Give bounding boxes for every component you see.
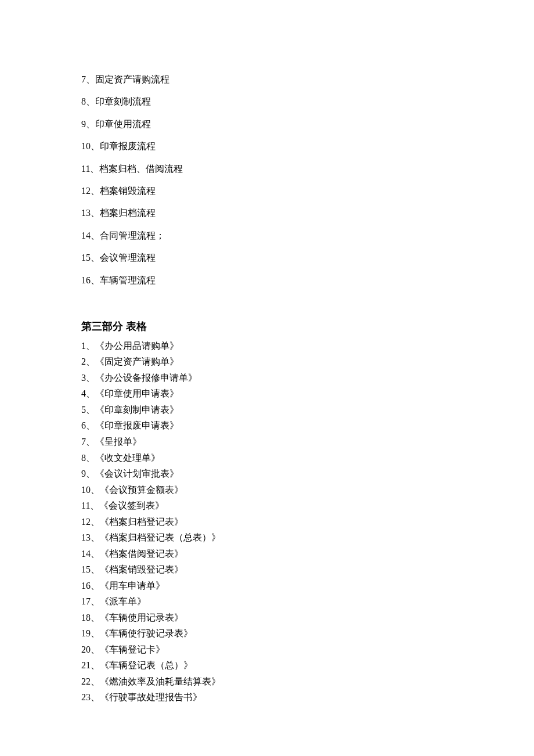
form-item: 20、《车辆登记卡》	[81, 642, 534, 658]
form-item: 23、《行驶事故处理报告书》	[81, 689, 534, 705]
form-item: 1、《办公用品请购单》	[81, 338, 534, 354]
form-item: 9、《会议计划审批表》	[81, 466, 534, 482]
form-item: 19、《车辆使行驶记录表》	[81, 625, 534, 642]
form-item: 16、《用车申请单》	[81, 578, 534, 594]
form-item: 5、《印章刻制申请表》	[81, 402, 534, 418]
form-item: 17、《派车单》	[81, 593, 534, 610]
process-item: 11、档案归档、借阅流程	[81, 158, 534, 180]
form-item: 8、《收文处理单》	[81, 450, 534, 466]
process-item: 7、固定资产请购流程	[81, 69, 534, 91]
form-item: 18、《车辆使用记录表》	[81, 610, 534, 626]
form-item: 12、《档案归档登记表》	[81, 514, 534, 530]
section-heading: 第三部分 表格	[81, 319, 534, 333]
form-item: 6、《印章报废申请表》	[81, 417, 534, 434]
form-item: 11、《会议签到表》	[81, 498, 534, 514]
form-list: 1、《办公用品请购单》2、《固定资产请购单》3、《办公设备报修申请单》4、《印章…	[81, 338, 534, 705]
form-item: 2、《固定资产请购单》	[81, 354, 534, 370]
form-item: 10、《会议预算金额表》	[81, 482, 534, 498]
process-item: 14、合同管理流程；	[81, 225, 534, 247]
process-item: 12、档案销毁流程	[81, 180, 534, 202]
process-item: 15、会议管理流程	[81, 247, 534, 269]
process-list: 7、固定资产请购流程8、印章刻制流程9、印章使用流程10、印章报废流程11、档案…	[81, 69, 534, 291]
form-item: 14、《档案借阅登记表》	[81, 546, 534, 562]
form-item: 7、《呈报单》	[81, 434, 534, 450]
form-item: 3、《办公设备报修申请单》	[81, 370, 534, 386]
process-item: 13、档案归档流程	[81, 202, 534, 224]
process-item: 10、印章报废流程	[81, 135, 534, 157]
process-item: 16、车辆管理流程	[81, 269, 534, 291]
form-item: 13、《档案归档登记表（总表）》	[81, 530, 534, 546]
form-item: 4、《印章使用申请表》	[81, 386, 534, 402]
form-item: 21、《车辆登记表（总）》	[81, 657, 534, 674]
process-item: 8、印章刻制流程	[81, 91, 534, 113]
form-item: 22、《燃油效率及油耗量结算表》	[81, 674, 534, 690]
form-item: 15、《档案销毁登记表》	[81, 561, 534, 578]
process-item: 9、印章使用流程	[81, 113, 534, 135]
